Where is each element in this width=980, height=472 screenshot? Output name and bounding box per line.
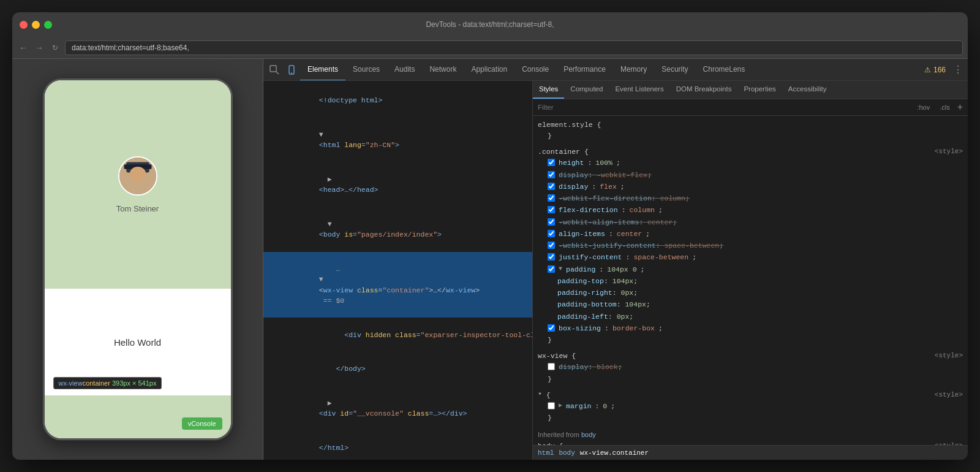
css-close-container: } — [538, 334, 963, 346]
breadcrumb-html[interactable]: html — [538, 449, 554, 457]
phone-top-section: Tom Steiner — [45, 80, 231, 289]
sub-tab-accessibility[interactable]: Accessibility — [782, 81, 833, 99]
css-source-container: <style> — [935, 148, 963, 155]
html-line-div-vconsole: <div id="__vconsole" class=…></div> — [263, 386, 532, 431]
tab-application[interactable]: Application — [464, 59, 514, 81]
body-arrow[interactable] — [328, 220, 332, 228]
minimize-button[interactable] — [32, 21, 40, 29]
sub-tab-properties[interactable]: Properties — [737, 81, 782, 99]
tab-sources[interactable]: Sources — [345, 59, 387, 81]
sub-tab-dom-breakpoints[interactable]: DOM Breakpoints — [670, 81, 738, 99]
css-rule-wx-view: wx-view { <style> display: block; } — [533, 349, 968, 387]
html-arrow[interactable] — [319, 131, 323, 139]
css-prop-height: height: 100%; — [538, 157, 963, 169]
titlebar-buttons — [20, 21, 52, 29]
svg-point-4 — [129, 167, 145, 181]
head-arrow[interactable] — [328, 175, 332, 183]
tab-security[interactable]: Security — [654, 59, 695, 81]
css-sub-padding-right: padding-right: 0px; — [538, 287, 963, 299]
css-checkbox-height[interactable] — [548, 159, 555, 166]
css-sub-padding-top: padding-top: 104px; — [538, 275, 963, 287]
html-line-div-hidden: <div hidden class="exparser-inspector-to… — [263, 318, 532, 352]
css-checkbox-align-items[interactable] — [548, 230, 555, 237]
devtools-tab-bar: Elements Sources Audits Network Applicat… — [263, 59, 968, 81]
devtools-panel: Elements Sources Audits Network Applicat… — [263, 59, 968, 460]
wxview-arrow[interactable] — [319, 275, 323, 283]
add-style-button[interactable]: + — [957, 102, 963, 113]
html-line-wxview[interactable]: … <wx-view class="container">…</wx-view>… — [263, 252, 532, 318]
css-prop-webkit-align: -webkit-align-items: center; — [538, 216, 963, 228]
cls-button[interactable]: .cls — [937, 102, 952, 112]
tab-chromelens[interactable]: ChromeLens — [696, 59, 753, 81]
inspect-icon[interactable] — [266, 61, 283, 78]
vconsole-button[interactable]: vConsole — [182, 417, 222, 430]
css-prop-flex-dir: flex-direction: column; — [538, 204, 963, 216]
address-bar[interactable]: data:text/html;charset=utf-8;base64, — [65, 40, 963, 55]
css-selector-wx-view: wx-view { <style> — [538, 352, 963, 360]
avatar-svg — [119, 156, 156, 196]
tab-console[interactable]: Console — [514, 59, 556, 81]
sub-tab-computed[interactable]: Computed — [564, 81, 609, 99]
preview-panel: Tom Steiner Hello World wx-viewcontainer… — [12, 59, 263, 460]
css-checkbox-webkit-flex-dir[interactable] — [548, 194, 555, 202]
breadcrumb-wxview[interactable]: wx-view.container — [580, 449, 649, 457]
forward-button[interactable]: → — [33, 42, 45, 54]
warning-badge[interactable]: ⚠ 166 — [919, 66, 951, 74]
breadcrumb-body[interactable]: body — [559, 449, 575, 457]
css-prop-webkit-justify: -webkit-justify-content: space-between; — [538, 240, 963, 251]
doctype-tag: <!doctype html> — [319, 96, 383, 104]
html-line-body-close: </body> — [263, 352, 532, 386]
css-sub-padding-bottom: padding-bottom: 104px; — [538, 299, 963, 310]
svg-rect-5 — [270, 66, 276, 72]
warning-count: 166 — [933, 66, 946, 74]
css-checkbox-justify-content[interactable] — [548, 253, 555, 261]
css-rule-star: * { <style> ▶ margin: 0; } — [533, 389, 968, 427]
css-checkbox-webkit-justify[interactable] — [548, 242, 555, 249]
tooltip-tag: wx-view — [59, 379, 83, 387]
main-layout: Tom Steiner Hello World wx-viewcontainer… — [12, 59, 968, 460]
css-checkbox-webkit-align[interactable] — [548, 218, 555, 226]
titlebar: DevTools - data:text/html;charset=utf-8, — [12, 12, 968, 37]
css-prop-wx-display: display: block; — [538, 361, 963, 373]
padding-expand-arrow[interactable]: ▼ — [559, 264, 562, 273]
back-button[interactable]: ← — [17, 42, 29, 54]
css-checkbox-wx-display[interactable] — [548, 363, 555, 370]
css-checkbox-flex-dir[interactable] — [548, 206, 555, 213]
tab-audits[interactable]: Audits — [387, 59, 422, 81]
html-line-body: <body is="pages/index/index"> — [263, 207, 532, 252]
tab-elements[interactable]: Elements — [300, 59, 345, 81]
inherited-from-body[interactable]: body — [581, 431, 596, 438]
more-tabs-button[interactable]: ⋮ — [951, 63, 965, 77]
css-checkbox-padding[interactable] — [548, 265, 555, 273]
css-prop-box-sizing: box-sizing: border-box; — [538, 322, 963, 334]
filter-input[interactable] — [538, 104, 910, 111]
vconsole-div-arrow[interactable] — [328, 399, 332, 407]
close-button[interactable] — [20, 21, 28, 29]
tab-network[interactable]: Network — [422, 59, 464, 81]
warning-icon: ⚠ — [924, 66, 931, 74]
css-checkbox-box-sizing[interactable] — [548, 324, 555, 332]
hov-button[interactable]: :hov — [914, 102, 932, 112]
css-checkbox-display-webkit[interactable] — [548, 171, 555, 178]
breadcrumb-bar: html body wx-view.container — [533, 445, 968, 460]
head-tag: <head>…</head> — [319, 186, 379, 194]
css-checkbox-display-flex[interactable] — [548, 183, 555, 190]
phone-frame: Tom Steiner Hello World wx-viewcontainer… — [43, 78, 233, 440]
html-close-tag: </html> — [319, 444, 349, 452]
margin-expand-arrow[interactable]: ▶ — [559, 401, 562, 410]
wxview-tag: <wx-view class="container">…</wx-view> — [319, 286, 480, 294]
refresh-button[interactable]: ↻ — [49, 42, 61, 54]
html-line-html: <html lang="zh-CN"> — [263, 118, 532, 162]
sub-tab-styles[interactable]: Styles — [533, 81, 564, 99]
device-icon[interactable] — [283, 61, 300, 78]
vconsole-div-tag: <div id="__vconsole" class=…></div> — [319, 409, 467, 417]
tab-performance[interactable]: Performance — [556, 59, 613, 81]
css-close-element-style: } — [538, 130, 963, 142]
css-checkbox-margin[interactable] — [548, 402, 555, 409]
phone-bottom-section: wx-viewcontainer 393px × 541px vConsole — [45, 395, 231, 438]
maximize-button[interactable] — [44, 21, 52, 29]
tab-memory[interactable]: Memory — [613, 59, 654, 81]
sub-tab-event-listeners[interactable]: Event Listeners — [609, 81, 669, 99]
css-source-star: <style> — [935, 391, 963, 398]
devtools-content: <!doctype html> <html lang="zh-CN"> <hea… — [263, 81, 968, 460]
